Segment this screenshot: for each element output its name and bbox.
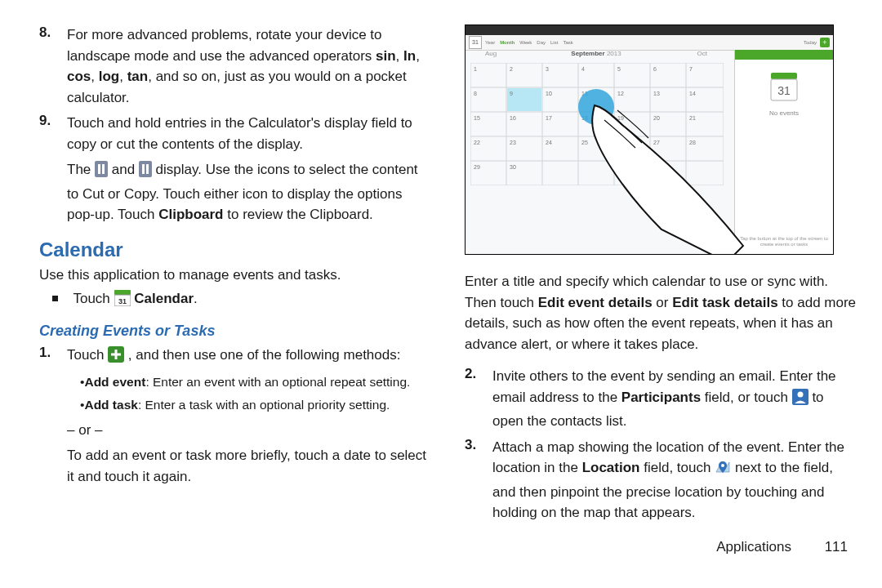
right-p1: Enter a title and specify which calendar…	[465, 271, 858, 354]
svg-text:1: 1	[474, 66, 477, 72]
hand-pointer-icon	[572, 82, 751, 255]
svg-rect-2	[102, 164, 105, 174]
svg-text:16: 16	[510, 115, 516, 121]
svg-point-62	[797, 391, 803, 397]
svg-rect-0	[95, 161, 108, 177]
calendar-app-icon: 31	[114, 290, 131, 313]
step-number: 8.	[39, 24, 67, 108]
square-bullet-icon	[52, 296, 58, 301]
step-number: 9.	[39, 113, 67, 154]
svg-text:3: 3	[546, 66, 549, 72]
left-column: 8. For more advanced problems, rotate yo…	[39, 24, 432, 531]
svg-text:31: 31	[777, 84, 791, 97]
svg-point-63	[721, 464, 724, 467]
bullet-add-event: Add event: Enter an event with an option…	[80, 373, 432, 391]
step-body: For more advanced problems, rotate your …	[67, 24, 432, 108]
tab-week: Week	[519, 40, 532, 45]
step-9-continued: The and display. Use the icons to select…	[67, 159, 432, 225]
step-number: 1.	[39, 345, 67, 488]
step-number: 3.	[465, 437, 492, 523]
svg-rect-6	[114, 290, 131, 295]
footer-section: Applications	[716, 539, 791, 555]
heading-creating-events: Creating Events or Tasks	[39, 323, 432, 340]
next-month: Oct	[697, 50, 707, 57]
contact-icon	[792, 389, 808, 412]
svg-text:31: 31	[118, 297, 127, 305]
step-body: Invite others to the event by sending an…	[492, 366, 858, 432]
tab-day: Day	[537, 40, 546, 45]
step-number: 2.	[465, 366, 492, 432]
step-9: 9. Touch and hold entries in the Calcula…	[39, 113, 432, 154]
svg-rect-1	[98, 164, 100, 174]
svg-text:24: 24	[546, 140, 552, 145]
today-label: Today	[804, 40, 817, 45]
svg-text:5: 5	[617, 66, 621, 72]
svg-text:30: 30	[510, 164, 516, 170]
current-month: September	[571, 50, 604, 57]
calendar-mini-icon: 31	[469, 36, 482, 49]
tab-icon	[95, 161, 108, 184]
svg-text:29: 29	[474, 164, 480, 170]
step-body: Touch and hold entries in the Calculator…	[67, 113, 432, 154]
tab-task: Task	[563, 40, 572, 45]
svg-rect-11	[111, 353, 121, 355]
svg-text:6: 6	[653, 66, 657, 72]
step-body: Attach a map showing the location of the…	[492, 437, 858, 523]
svg-rect-57	[771, 73, 797, 79]
touch-calendar-line: Touch 31 Calendar.	[52, 288, 432, 313]
footer-page-number: 111	[825, 539, 848, 555]
svg-rect-3	[139, 161, 152, 177]
svg-rect-4	[142, 164, 145, 174]
heading-calendar: Calendar	[39, 238, 432, 261]
svg-text:4: 4	[581, 66, 585, 72]
svg-text:17: 17	[546, 115, 552, 121]
step-2: 2. Invite others to the event by sending…	[465, 366, 858, 432]
tab-year: Year	[485, 40, 495, 45]
step-8: 8. For more advanced problems, rotate yo…	[39, 24, 432, 108]
or-divider: – or –	[67, 420, 432, 441]
svg-text:10: 10	[546, 91, 552, 96]
bullet-add-task: Add task: Enter a task with an optional …	[80, 396, 432, 414]
svg-text:7: 7	[689, 66, 693, 72]
svg-text:15: 15	[474, 115, 480, 121]
svg-text:9: 9	[510, 91, 513, 96]
calendar-day-icon: 31	[768, 71, 800, 104]
right-column: 31 Year Month Week Day List Task Today +…	[465, 24, 858, 531]
step-1: 1. Touch , and then use one of the follo…	[39, 345, 432, 488]
prev-month: Aug	[485, 50, 497, 57]
plus-icon	[108, 346, 124, 369]
svg-text:22: 22	[474, 140, 480, 145]
page-content: 8. For more advanced problems, rotate yo…	[0, 0, 882, 539]
hint-text: Tap the button at the top of the screen …	[740, 236, 828, 247]
step-3: 3. Attach a map showing the location of …	[465, 437, 858, 523]
calendar-screenshot-figure: 31 Year Month Week Day List Task Today +…	[465, 24, 834, 255]
svg-text:8: 8	[474, 91, 477, 96]
svg-text:2: 2	[510, 66, 513, 72]
step-body: Touch , and then use one of the followin…	[67, 345, 432, 488]
map-pin-icon	[715, 459, 731, 482]
tab-icon	[139, 161, 152, 184]
calendar-intro: Use this application to manage events an…	[39, 265, 432, 286]
step-1-alt: To add an event or task more briefly, to…	[67, 445, 432, 487]
svg-rect-5	[146, 164, 149, 174]
page-footer: Applications 111	[0, 539, 882, 555]
tab-list: List	[550, 40, 558, 45]
tab-month: Month	[500, 40, 514, 45]
svg-text:23: 23	[510, 140, 516, 145]
